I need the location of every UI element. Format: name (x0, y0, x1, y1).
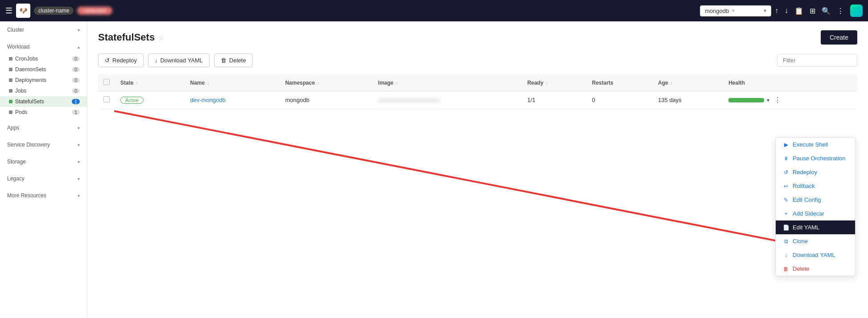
topbar-icons: ↑ ↓ 📋 ⊞ 🔍 ⋮ (775, 4, 863, 17)
dropdown-redeploy[interactable]: ↺ Redeploy (776, 165, 855, 179)
col-namespace: Namespace ↕ (280, 74, 373, 91)
more-resources-header[interactable]: More Resources ▾ (0, 189, 87, 202)
topbar: ☰ 🐶 cluster-name redacted mongodb × ▾ ↑ … (0, 0, 868, 21)
app-icon (850, 4, 863, 17)
sidebar-item-daemonsets[interactable]: DaemonSets 0 (0, 64, 87, 75)
more-resources-section: More Resources ▾ (0, 187, 87, 204)
service-discovery-header[interactable]: Service Discovery ▾ (0, 138, 87, 151)
sidebar-item-pods[interactable]: Pods 1 (0, 107, 87, 118)
create-button[interactable]: Create (821, 30, 857, 45)
workload-chevron-icon: ▴ (78, 45, 80, 49)
delete-button[interactable]: 🗑 Delete (214, 53, 253, 67)
page-title: StatefulSets (98, 32, 155, 43)
namespace-close-icon[interactable]: × (732, 8, 735, 14)
row-action-button[interactable]: ⋮ (772, 96, 783, 104)
svg-line-1 (114, 111, 792, 244)
row-dropdown-menu: ▶ Execute Shell ⏸ Pause Orchestration ↺ … (775, 137, 856, 276)
cluster-label[interactable]: cluster-name (34, 7, 74, 15)
col-ready: Ready ↕ (522, 74, 587, 91)
apps-section-header[interactable]: Apps ▾ (0, 121, 87, 135)
table-row: Active dev-mongodb mongodb •••••••••••••… (98, 91, 857, 109)
health-bar (728, 98, 764, 102)
service-discovery-chevron-icon: ▾ (78, 143, 80, 147)
redeploy-icon: ↺ (105, 57, 110, 64)
download-yaml-button[interactable]: ↓ Download YAML (148, 53, 210, 67)
clipboard-icon[interactable]: 📋 (794, 7, 803, 15)
workload-section: Workload ▴ CronJobs 0 DaemonSets 0 (0, 38, 87, 119)
blurred-label: redacted (77, 7, 112, 15)
sidebar-item-cronjobs[interactable]: CronJobs 0 (0, 53, 87, 64)
statefulsets-table: State ↕ Name ↕ Namespace ↕ Image ↕ Ready… (98, 74, 857, 109)
legacy-chevron-icon: ▾ (78, 176, 80, 181)
dropdown-delete[interactable]: 🗑 Delete (776, 262, 855, 276)
row-checkbox[interactable] (103, 96, 110, 102)
legacy-header[interactable]: Legacy ▾ (0, 172, 87, 185)
redeploy-menu-icon: ↺ (783, 169, 789, 175)
legacy-section: Legacy ▾ (0, 170, 87, 187)
apps-section: Apps ▾ (0, 119, 87, 136)
jobs-dot-icon (9, 89, 12, 93)
table-header-row: State ↕ Name ↕ Namespace ↕ Image ↕ Ready… (98, 74, 857, 91)
dropdown-download-yaml[interactable]: ↓ Download YAML (776, 248, 855, 262)
more-resources-chevron-icon: ▾ (78, 193, 80, 198)
row-name-link[interactable]: dev-mongodb (190, 97, 226, 103)
upload-icon[interactable]: ↑ (775, 7, 778, 15)
menu-icon[interactable]: ☰ (5, 6, 12, 16)
dropdown-pause-orchestration[interactable]: ⏸ Pause Orchestration (776, 151, 855, 165)
status-badge: Active (120, 97, 144, 104)
favorite-icon[interactable]: ☆ (158, 33, 165, 42)
daemonsets-dot-icon (9, 68, 12, 71)
select-all-checkbox[interactable] (103, 79, 110, 85)
filter-input[interactable] (777, 54, 857, 67)
cronjobs-dot-icon (9, 57, 12, 61)
apps-chevron-icon: ▾ (78, 126, 80, 130)
dropdown-clone[interactable]: ⧉ Clone (776, 234, 855, 248)
col-restarts: Restarts (587, 74, 653, 91)
row-age: 135 days (653, 91, 723, 109)
search-icon[interactable]: 🔍 (822, 7, 831, 15)
image-value: •••••••••••••••••••••••••••••••••••• (378, 98, 440, 103)
sidebar-item-jobs[interactable]: Jobs 0 (0, 86, 87, 96)
download-yaml-icon: ↓ (155, 57, 158, 64)
row-restarts: 0 (587, 91, 653, 109)
sidebar: Cluster ▾ Workload ▴ CronJobs 0 DaemonSe… (0, 21, 87, 318)
deployments-dot-icon (9, 78, 12, 82)
dropdown-rollback[interactable]: ↩ Rollback (776, 179, 855, 193)
col-health: Health (723, 74, 857, 91)
namespace-chevron-icon[interactable]: ▾ (764, 8, 766, 14)
pods-dot-icon (9, 110, 12, 114)
dropdown-edit-config[interactable]: ✎ Edit Config (776, 193, 855, 207)
statefulsets-dot-icon (9, 100, 12, 103)
grid-icon[interactable]: ⊞ (810, 7, 815, 15)
dropdown-edit-yaml[interactable]: 📄 Edit YAML (776, 220, 855, 234)
more-icon[interactable]: ⋮ (837, 7, 844, 15)
main-content: StatefulSets ☆ Create ↺ Redeploy ↓ Downl… (87, 21, 868, 318)
sidebar-item-statefulsets[interactable]: StatefulSets 1 (0, 96, 87, 107)
row-image: •••••••••••••••••••••••••••••••••••• (373, 91, 522, 109)
edit-yaml-icon: 📄 (783, 224, 789, 231)
toolbar: ↺ Redeploy ↓ Download YAML 🗑 Delete (98, 53, 857, 67)
namespace-value: mongodb (705, 8, 729, 14)
storage-section: Storage ▾ (0, 153, 87, 170)
row-state: Active (115, 91, 185, 109)
pause-orchestration-icon: ⏸ (783, 155, 789, 162)
storage-chevron-icon: ▾ (78, 159, 80, 164)
col-state: State ↕ (115, 74, 185, 91)
dropdown-execute-shell[interactable]: ▶ Execute Shell (776, 138, 855, 151)
namespace-selector[interactable]: mongodb × ▾ (700, 5, 771, 16)
health-chevron-icon[interactable]: ▾ (767, 97, 769, 103)
execute-shell-icon: ▶ (783, 142, 789, 148)
col-image: Image ↕ (373, 74, 522, 91)
storage-header[interactable]: Storage ▾ (0, 155, 87, 168)
clone-icon: ⧉ (783, 238, 789, 245)
delete-icon: 🗑 (221, 57, 226, 64)
workload-section-header[interactable]: Workload ▴ (0, 40, 87, 53)
download-icon[interactable]: ↓ (785, 7, 788, 15)
redeploy-button[interactable]: ↺ Redeploy (98, 53, 144, 67)
row-name: dev-mongodb (185, 91, 280, 109)
col-age: Age ↕ (653, 74, 723, 91)
sidebar-item-deployments[interactable]: Deployments 0 (0, 75, 87, 86)
cluster-section-header[interactable]: Cluster ▾ (0, 23, 87, 37)
dropdown-add-sidecar[interactable]: + Add Sidecar (776, 207, 855, 220)
col-name: Name ↕ (185, 74, 280, 91)
